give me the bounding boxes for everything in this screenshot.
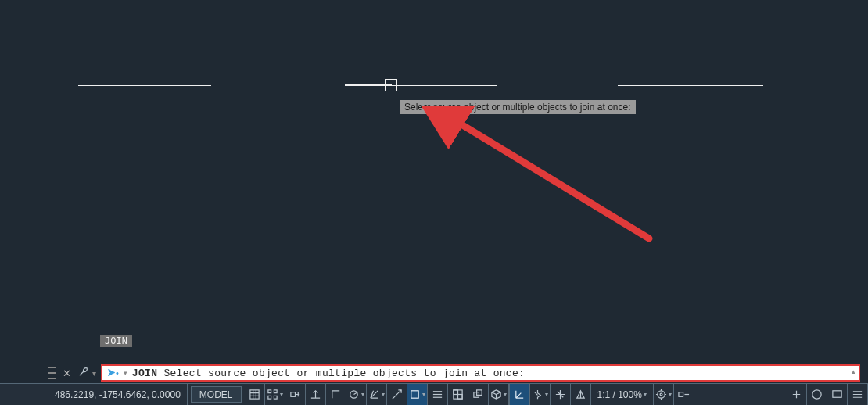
hardware-acceleration-icon[interactable] [807,384,827,405]
status-bar: 486.2219, -1754.6462, 0.0000 MODEL ▾ ▾ ▾… [0,383,868,405]
workspace-switching-icon[interactable]: ▾ [654,384,674,405]
svg-rect-17 [833,391,841,397]
command-line-close-icon[interactable]: ✕ [59,367,74,379]
selection-cycling-toggle[interactable] [468,384,489,405]
command-line-customize-caret-icon[interactable]: ▾ [92,369,101,378]
svg-rect-4 [274,396,277,399]
svg-rect-7 [411,391,418,398]
recent-command-tag[interactable]: JOIN [100,335,132,347]
isometric-drafting-toggle[interactable]: ▾ [367,384,387,405]
selection-filtering-toggle[interactable]: ▾ [530,384,551,405]
ortho-mode-toggle[interactable] [326,384,346,405]
model-space-button[interactable]: MODEL [191,386,242,403]
cursor-pickbox [385,79,397,91]
infer-constraints-toggle[interactable] [285,384,306,405]
isolate-objects-icon[interactable] [787,384,807,405]
dynamic-prompt-tooltip: Select source object or multiple objects… [400,100,636,114]
svg-rect-1 [267,390,271,393]
svg-rect-3 [267,396,271,399]
line-segment[interactable] [78,85,211,86]
command-line-customize-icon[interactable] [74,366,92,381]
command-input[interactable]: ⮞• ▾ JOIN Select source object or multip… [101,364,860,382]
dynamic-input-toggle[interactable] [306,384,326,405]
command-input-chevron-icon: ⮞• [107,368,119,378]
svg-rect-15 [679,392,683,397]
osnap-tracking-toggle[interactable] [387,384,407,405]
command-input-text: JOIN Select source object or multiple ob… [132,367,533,379]
polar-tracking-toggle[interactable]: ▾ [346,384,367,405]
svg-rect-2 [274,390,277,393]
command-history-up-icon[interactable]: ▴ [852,367,855,375]
svg-rect-10 [457,395,462,400]
svg-line-0 [454,120,649,238]
line-segment[interactable] [618,85,763,86]
object-snap-toggle[interactable]: ▾ [407,384,428,405]
svg-rect-9 [453,390,457,395]
coordinates-readout[interactable]: 486.2219, -1754.6462, 0.0000 [0,384,188,405]
customization-icon[interactable] [848,384,868,405]
grid-display-toggle[interactable] [245,384,265,405]
snap-mode-toggle[interactable]: ▾ [265,384,285,405]
annotation-scale-button[interactable]: 1:1 / 100%▾ [591,384,654,405]
svg-point-13 [658,391,665,398]
command-line-row: ✕ ▾ ⮞• ▾ JOIN Select source object or mu… [48,364,860,382]
command-line-drag-handle[interactable] [48,365,56,381]
clean-screen-icon[interactable] [827,384,848,405]
dynamic-ucs-toggle[interactable] [510,384,530,405]
3d-osnap-toggle[interactable]: ▾ [489,384,509,405]
svg-rect-5 [290,392,295,397]
svg-point-14 [660,393,662,396]
lineweight-toggle[interactable] [428,384,448,405]
gizmo-toggle[interactable] [551,384,571,405]
command-input-history-caret-icon[interactable]: ▾ [124,369,127,377]
annotation-visibility-toggle[interactable] [571,384,591,405]
svg-point-16 [812,390,821,399]
transparency-toggle[interactable] [448,384,468,405]
annotation-monitor-icon[interactable] [674,384,694,405]
drawing-canvas[interactable]: Select source object or multiple objects… [0,0,868,364]
annotation-arrow [422,106,673,254]
